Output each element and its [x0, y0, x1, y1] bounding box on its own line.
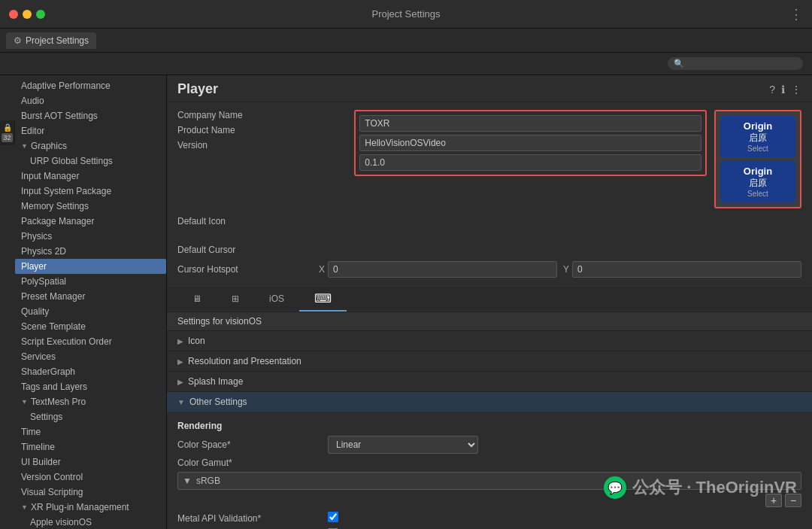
main-layout: 🔒 32 Adaptive Performance Audio Burst AO…: [0, 75, 812, 529]
settings-for-text: Settings for visionOS: [177, 316, 262, 327]
tab-label: Project Settings: [26, 35, 89, 46]
desktop-icon: 🖥: [192, 293, 201, 304]
project-settings-tab[interactable]: ⚙ Project Settings: [6, 32, 96, 49]
close-button[interactable]: [9, 10, 18, 19]
sidebar-item-quality[interactable]: Quality: [15, 304, 166, 319]
default-cursor-row: Default Cursor: [167, 230, 812, 258]
visionos-icon: ⌨: [314, 291, 332, 306]
sidebar-item-adaptive-performance[interactable]: Adaptive Performance: [15, 78, 166, 93]
other-settings-header[interactable]: ▼ Other Settings: [167, 392, 812, 412]
searchbar: 🔍: [0, 53, 812, 75]
cursor-hotspot-row: Cursor Hotspot X Y: [167, 258, 812, 281]
sidebar-item-input-manager[interactable]: Input Manager: [15, 169, 166, 184]
graphics-arrow-icon: ▼: [21, 142, 28, 150]
company-name-input[interactable]: [359, 115, 701, 132]
sidebar-item-burst-aot[interactable]: Burst AOT Settings: [15, 108, 166, 123]
rendering-subtitle: Rendering: [177, 421, 801, 431]
add-gamut-button[interactable]: +: [765, 494, 782, 507]
search-wrap: 🔍: [668, 57, 803, 70]
cursor-y-input[interactable]: [572, 261, 801, 278]
srgb-item: ▼ sRGB: [183, 476, 796, 486]
sidebar-item-textmesh[interactable]: ▼ TextMesh Pro: [15, 394, 166, 409]
splash-section-header[interactable]: ▶ Splash Image: [167, 372, 812, 391]
sidebar-item-preset-manager[interactable]: Preset Manager: [15, 289, 166, 304]
sidebar-item-polyspatial[interactable]: PolySpatial: [15, 274, 166, 289]
search-input[interactable]: [687, 59, 797, 68]
sidebar-item-physics2d[interactable]: Physics 2D: [15, 244, 166, 259]
product-row: Product Name: [177, 125, 348, 135]
textmesh-arrow-icon: ▼: [21, 398, 28, 406]
icon-thumb1-sub: 启原: [726, 132, 789, 144]
tab-ios[interactable]: iOS: [254, 287, 299, 312]
icon-thumb1-title: Origin: [726, 120, 789, 132]
plus-minus-row: + −: [177, 494, 801, 507]
sidebar-item-label-xr: XR Plug-in Management: [31, 502, 129, 512]
sidebar-item-label-textmesh: TextMesh Pro: [31, 397, 86, 407]
metal-api-checkbox[interactable]: [328, 512, 338, 522]
sidebar-item-urp-global[interactable]: URP Global Settings: [15, 154, 166, 169]
resolution-section-header[interactable]: ▶ Resolution and Presentation: [167, 351, 812, 371]
sidebar-item-apple-visionos[interactable]: Apple visionOS: [15, 515, 166, 529]
sidebar-items-list: Adaptive Performance Audio Burst AOT Set…: [0, 75, 166, 529]
icon-thumb2-select[interactable]: Select: [726, 190, 789, 198]
tab-desktop[interactable]: 🖥: [177, 287, 217, 312]
sidebar-item-memory-settings[interactable]: Memory Settings: [15, 199, 166, 214]
sidebar-item-tags-layers[interactable]: Tags and Layers: [15, 379, 166, 394]
icon-thumb1-select[interactable]: Select: [726, 144, 789, 153]
hotspot-y-area: Y: [563, 261, 801, 278]
info-icon[interactable]: ℹ: [781, 84, 785, 96]
window-title: Project Settings: [371, 8, 440, 20]
icon-section-title: Icon: [188, 336, 205, 346]
sidebar-item-audio[interactable]: Audio: [15, 93, 166, 108]
y-coord-label: Y: [563, 264, 569, 275]
maximize-button[interactable]: [36, 10, 45, 19]
sidebar-item-textmesh-settings[interactable]: Settings: [15, 409, 166, 424]
page-title: Player: [177, 81, 218, 97]
sidebar-item-package-manager[interactable]: Package Manager: [15, 214, 166, 229]
sidebar-item-version-control[interactable]: Version Control: [15, 470, 166, 485]
color-gamut-label: Color Gamut*: [177, 458, 328, 468]
icon-section-arrow: ▶: [177, 337, 183, 345]
sidebar-item-editor[interactable]: Editor: [15, 123, 166, 138]
sidebar-item-physics[interactable]: Physics: [15, 229, 166, 244]
sidebar-item-player[interactable]: Player: [15, 259, 166, 274]
sidebar-item-time[interactable]: Time: [15, 424, 166, 439]
sidebar-item-visual-scripting[interactable]: Visual Scripting: [15, 485, 166, 500]
sidebar-item-input-system[interactable]: Input System Package: [15, 184, 166, 199]
icon-section-header[interactable]: ▶ Icon: [167, 331, 812, 351]
remove-gamut-button[interactable]: −: [785, 494, 801, 507]
ios-label: iOS: [269, 293, 284, 304]
company-name-label: Company Name: [177, 110, 313, 120]
tab-visionos[interactable]: ⌨: [299, 287, 347, 312]
sidebar-item-script-execution[interactable]: Script Execution Order: [15, 334, 166, 349]
sidebar-item-ui-builder[interactable]: UI Builder: [15, 455, 166, 470]
sidebar-item-xr-management[interactable]: ▼ XR Plug-in Management: [15, 500, 166, 515]
sidebar-item-services[interactable]: Services: [15, 349, 166, 364]
fields-area: Company Name Product Name Version: [177, 110, 354, 155]
minimize-button[interactable]: [23, 10, 32, 19]
sidebar-item-shadergraph[interactable]: ShaderGraph: [15, 364, 166, 379]
content-area: Player ? ℹ ⋮ Company Name Product Name V…: [167, 75, 812, 529]
icon-thumb2-title: Origin: [726, 166, 789, 177]
color-gamut-row: Color Gamut*: [177, 458, 801, 468]
other-settings-arrow: ▼: [177, 398, 185, 406]
sidebar-item-graphics[interactable]: ▼ Graphics: [15, 138, 166, 154]
version-input-row: [359, 154, 701, 171]
gear-icon: ⚙: [14, 35, 22, 46]
titlebar: Project Settings ⋮: [0, 0, 812, 29]
help-icon[interactable]: ?: [769, 84, 775, 96]
srgb-label: sRGB: [196, 476, 220, 486]
version-input[interactable]: [359, 154, 701, 171]
sidebar-item-timeline[interactable]: Timeline: [15, 439, 166, 455]
product-name-input[interactable]: [359, 135, 701, 151]
color-space-select[interactable]: Linear Gamma: [328, 436, 478, 454]
other-settings-section: ▼ Other Settings Rendering Color Space* …: [167, 392, 812, 529]
content-header: Player ? ℹ ⋮: [167, 75, 812, 102]
hotspot-x-area: X: [319, 261, 557, 278]
more-icon[interactable]: ⋮: [791, 84, 801, 96]
sidebar-item-scene-template[interactable]: Scene Template: [15, 319, 166, 334]
sidebar-lock-area: 🔒 32: [0, 120, 15, 145]
cursor-x-input[interactable]: [328, 261, 557, 278]
titlebar-more-icon[interactable]: ⋮: [789, 6, 803, 23]
tab-windows[interactable]: ⊞: [217, 287, 254, 312]
